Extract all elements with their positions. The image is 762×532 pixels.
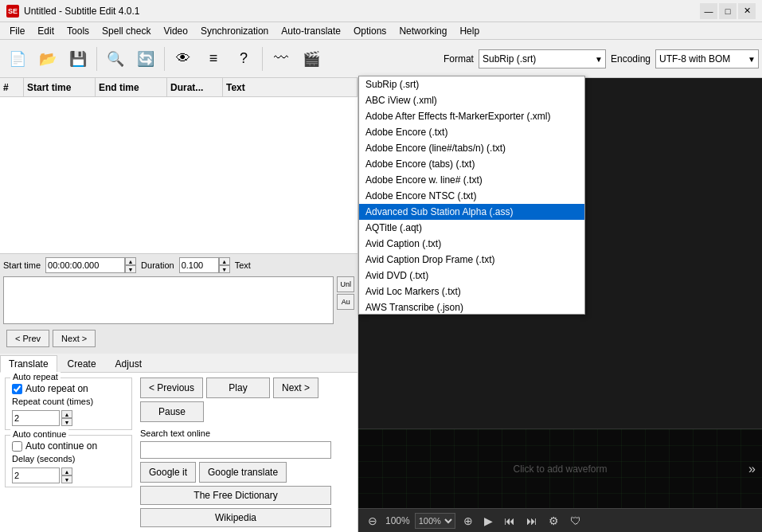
format-select[interactable]: SubRip (.srt)	[479, 49, 606, 68]
dropdown-item-encore-txt[interactable]: Adobe Encore (.txt)	[359, 124, 584, 140]
dropdown-item-avid-caption[interactable]: Avid Caption (.txt)	[359, 236, 584, 252]
dropdown-item-aftereffects[interactable]: Adobe After Effects ft-MarkerExporter (.…	[359, 108, 584, 124]
auto-continue-checkbox[interactable]	[12, 441, 22, 452]
prev-nav-btn[interactable]: < Prev	[6, 330, 49, 347]
dropdown-item-ass[interactable]: Advanced Sub Station Alpha (.ass)	[359, 204, 584, 220]
start-time-up[interactable]: ▲	[125, 257, 136, 265]
tab-translate[interactable]: Translate	[0, 355, 57, 373]
auto-repeat-title: Auto repeat	[10, 372, 61, 381]
encoding-select[interactable]: UTF-8 with BOM	[655, 49, 759, 68]
previous-btn[interactable]: < Previous	[140, 377, 203, 398]
view-btn[interactable]: 👁	[169, 45, 197, 73]
duration-up[interactable]: ▲	[219, 257, 230, 265]
google-it-btn[interactable]: Google it	[140, 462, 196, 483]
dropdown-item-avid-dvd[interactable]: Avid DVD (.txt)	[359, 268, 584, 284]
waveform-nav-arrow[interactable]: »	[748, 462, 756, 476]
window-controls[interactable]: — □ ✕	[700, 3, 756, 19]
col-header-start: Start time	[24, 78, 96, 96]
menu-spellcheck[interactable]: Spell check	[96, 24, 157, 38]
repeat-count-up[interactable]: ▲	[61, 410, 72, 418]
new-file-btn[interactable]: 📄	[3, 45, 32, 73]
zoom-out-btn[interactable]: ⊖	[365, 513, 381, 529]
menu-video[interactable]: Video	[157, 24, 193, 38]
list-btn[interactable]: ≡	[199, 45, 228, 73]
start-time-input[interactable]	[45, 257, 125, 273]
col-header-num: #	[0, 78, 24, 96]
close-button[interactable]: ✕	[738, 3, 756, 19]
tab-create[interactable]: Create	[59, 355, 105, 372]
waveform-area[interactable]: Click to add waveform »	[358, 428, 762, 508]
start-time-down[interactable]: ▼	[125, 265, 136, 273]
waveform-btn[interactable]: 〰	[267, 45, 295, 73]
menu-tools[interactable]: Tools	[61, 24, 96, 38]
delay-input[interactable]	[12, 467, 60, 483]
google-translate-btn[interactable]: Google translate	[199, 462, 287, 483]
auto-repeat-checkbox[interactable]	[12, 384, 22, 394]
zoom-in-btn[interactable]: ⊕	[460, 513, 476, 529]
dropdown-item-avid-caption-df[interactable]: Avid Caption Drop Frame (.txt)	[359, 252, 584, 268]
duration-spin: ▲ ▼	[219, 257, 230, 273]
dropdown-item-encore-linew[interactable]: Adobe Encore w. line# (.txt)	[359, 172, 584, 188]
next-nav-btn[interactable]: Next >	[53, 330, 96, 347]
title-bar: SE Untitled - Subtitle Edit 4.0.1 — □ ✕	[0, 0, 762, 22]
dropdown-item-aws[interactable]: AWS Transcribe (.json)	[359, 299, 584, 315]
menu-autotranslate[interactable]: Auto-translate	[275, 24, 347, 38]
zoom-select[interactable]: 100%	[415, 513, 455, 529]
dropdown-item-encore-line[interactable]: Adobe Encore (line#/tabs/n) (.txt)	[359, 140, 584, 156]
free-dictionary-btn[interactable]: The Free Dictionary	[140, 486, 331, 505]
wikipedia-btn[interactable]: Wikipedia	[140, 508, 331, 527]
start-time-spin: ▲ ▼	[125, 257, 136, 273]
toolbar-sep-1	[96, 47, 97, 71]
dropdown-item-encore-ntsc[interactable]: Adobe Encore NTSC (.txt)	[359, 188, 584, 204]
minimize-button[interactable]: —	[700, 3, 717, 19]
step-back-btn[interactable]: ⏮	[501, 513, 518, 529]
duration-wrapper: ▲ ▼	[179, 257, 230, 273]
dropdown-item-aqtitle[interactable]: AQTitle (.aqt)	[359, 220, 584, 236]
pause-btn[interactable]: Pause	[140, 401, 204, 422]
repeat-count-input[interactable]	[12, 410, 60, 426]
dropdown-item-abciview[interactable]: ABC iView (.xml)	[359, 92, 584, 108]
menu-options[interactable]: Options	[347, 24, 393, 38]
menu-networking[interactable]: Networking	[393, 24, 453, 38]
text-area-container	[3, 276, 334, 327]
menu-synchronization[interactable]: Synchronization	[194, 24, 275, 38]
delay-up[interactable]: ▲	[61, 467, 72, 475]
video-btn[interactable]: 🎬	[297, 45, 326, 73]
play-btn[interactable]: Play	[206, 377, 270, 398]
subtitle-text-input[interactable]	[3, 276, 334, 324]
menu-help[interactable]: Help	[453, 24, 486, 38]
menu-file[interactable]: File	[3, 24, 31, 38]
auto-continue-label: Auto continue on	[25, 440, 97, 452]
dropdown-item-encore-tabs[interactable]: Adobe Encore (tabs) (.txt)	[359, 156, 584, 172]
maximize-button[interactable]: □	[719, 3, 737, 19]
format-dropdown[interactable]: SubRip (.srt) ABC iView (.xml) Adobe Aft…	[358, 76, 585, 315]
next-action-btn[interactable]: Next >	[273, 377, 318, 398]
search-online-input[interactable]	[140, 441, 331, 459]
save-btn[interactable]: 💾	[64, 45, 92, 73]
help-btn[interactable]: ?	[229, 45, 258, 73]
subtitle-table[interactable]	[0, 97, 358, 253]
open-btn[interactable]: 📂	[33, 45, 62, 73]
window-title: Untitled - Subtitle Edit 4.0.1	[24, 6, 139, 17]
shield-btn[interactable]: 🛡	[567, 513, 584, 529]
duration-input[interactable]	[179, 257, 219, 273]
repeat-count-label: Repeat count (times)	[12, 397, 93, 406]
auto-continue-checkbox-row: Auto continue on	[12, 440, 125, 452]
search-btn[interactable]: 🔍	[101, 45, 130, 73]
refresh-btn[interactable]: 🔄	[131, 45, 160, 73]
bottom-panel: Auto repeat Auto repeat on Repeat count …	[0, 373, 358, 532]
duration-down[interactable]: ▼	[219, 265, 230, 273]
settings-btn[interactable]: ⚙	[545, 513, 562, 529]
menu-edit[interactable]: Edit	[31, 24, 61, 38]
delay-wrapper: ▲ ▼	[12, 467, 125, 483]
delay-down[interactable]: ▼	[61, 475, 72, 483]
dropdown-item-avid-loc[interactable]: Avid Loc Markers (.txt)	[359, 284, 584, 299]
repeat-count-down[interactable]: ▼	[61, 418, 72, 426]
dropdown-item-subrip[interactable]: SubRip (.srt)	[359, 76, 584, 92]
auto-btn[interactable]: Au	[337, 294, 354, 310]
tab-adjust[interactable]: Adjust	[107, 355, 150, 372]
col-header-dur: Durat...	[167, 78, 223, 96]
play-video-btn[interactable]: ▶	[481, 513, 496, 529]
unlink-btn[interactable]: Unl	[337, 276, 354, 292]
step-forward-btn[interactable]: ⏭	[523, 513, 541, 529]
